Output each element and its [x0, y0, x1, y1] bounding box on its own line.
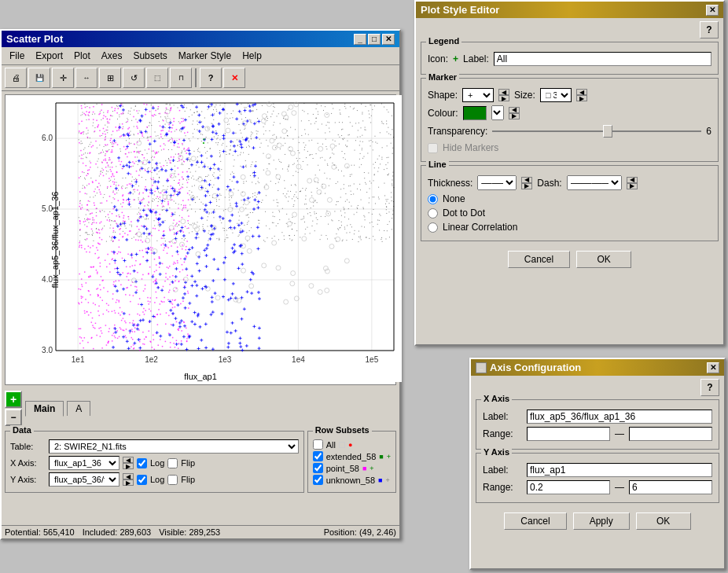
- hide-markers-checkbox[interactable]: [428, 143, 438, 153]
- subset-point-checkbox[interactable]: [313, 463, 323, 473]
- menu-axes[interactable]: Axes: [97, 49, 127, 63]
- y-axis-nav: ◀ ▶: [123, 473, 134, 486]
- menu-export[interactable]: Export: [31, 49, 68, 63]
- y-flip-checkbox[interactable]: [167, 475, 178, 485]
- ac-ok-button[interactable]: OK: [636, 512, 691, 530]
- radio-none[interactable]: [428, 194, 438, 204]
- data-section: Data Table: 2: SWIRE2_N1.fits X Axis: fl…: [5, 431, 304, 493]
- colour-select[interactable]: [491, 105, 504, 120]
- thickness-select[interactable]: ——— 1: [477, 175, 517, 190]
- y-range-from[interactable]: [527, 480, 610, 494]
- subset-point-color: ■: [362, 465, 366, 472]
- colour-box[interactable]: [463, 106, 487, 120]
- subset-unknown-color: ■: [378, 476, 382, 484]
- thickness-next[interactable]: ▶: [521, 183, 532, 189]
- dash-select[interactable]: ————: [567, 175, 622, 190]
- close-button[interactable]: ✕: [382, 34, 395, 45]
- scatter-canvas: [17, 95, 402, 382]
- size-select[interactable]: □ 3: [540, 88, 572, 102]
- menu-plot[interactable]: Plot: [69, 49, 95, 63]
- x-flip-checkbox[interactable]: [167, 458, 178, 468]
- marker-legend: Marker: [426, 72, 459, 82]
- pse-help-button[interactable]: ?: [700, 21, 719, 39]
- tab-a[interactable]: A: [67, 401, 90, 416]
- close-icon-button[interactable]: ✕: [223, 68, 245, 88]
- plot-style-editor-window: Plot Style Editor ✕ ? Legend Icon: + Lab…: [414, 0, 725, 346]
- save-button[interactable]: 💾: [28, 68, 50, 88]
- dash-next[interactable]: ▶: [627, 183, 638, 189]
- subset-unknown-checkbox[interactable]: [313, 475, 323, 485]
- subset-extended-checkbox[interactable]: [313, 451, 323, 461]
- ac-button-row: Cancel Apply OK: [471, 506, 724, 536]
- move-button[interactable]: ✛: [52, 68, 74, 88]
- add-tab-button[interactable]: +: [5, 391, 22, 408]
- y-axis-select[interactable]: flux_ap5_36/flux: [49, 472, 119, 487]
- menu-marker-style[interactable]: Marker Style: [174, 49, 236, 63]
- grid-button[interactable]: ⊞: [99, 68, 121, 88]
- x-range-label: Range:: [483, 428, 522, 439]
- tab-main[interactable]: Main: [25, 401, 64, 417]
- colour-label: Colour:: [428, 108, 458, 119]
- label-label: Label:: [463, 53, 489, 64]
- subset-all-checkbox[interactable]: [313, 439, 323, 450]
- ac-help-button[interactable]: ?: [700, 379, 719, 396]
- y-label-input[interactable]: [527, 463, 712, 477]
- ac-collapse-button[interactable]: _: [476, 362, 487, 373]
- remove-tab-button[interactable]: −: [5, 409, 22, 426]
- shape-select[interactable]: +: [462, 88, 494, 102]
- refresh-button[interactable]: ↺: [123, 68, 145, 88]
- y-axis-section: Y Axis Label: Range: —: [476, 453, 719, 503]
- transparency-value: 6: [706, 126, 711, 137]
- select-button[interactable]: ⬚: [146, 68, 168, 88]
- colour-next[interactable]: ▶: [509, 113, 520, 119]
- help-button[interactable]: ?: [200, 68, 222, 88]
- table-select[interactable]: 2: SWIRE2_N1.fits: [49, 439, 299, 454]
- x-axis-select[interactable]: flux_ap1_36: [49, 456, 119, 470]
- shape-next[interactable]: ▶: [498, 95, 509, 101]
- radio-linear[interactable]: [428, 222, 438, 233]
- scatter-plot-window: Scatter Plot _ □ ✕ File Export Plot Axes…: [0, 29, 401, 540]
- maximize-button[interactable]: □: [368, 34, 381, 45]
- size-next[interactable]: ▶: [576, 95, 587, 101]
- subsets-list: All ● extended_58 ■ + point_58 ■: [313, 439, 391, 485]
- menu-help[interactable]: Help: [237, 49, 267, 63]
- subset-all-label: All: [326, 440, 336, 450]
- shape-dropdown[interactable]: +: [462, 88, 494, 102]
- x-range-from[interactable]: [527, 427, 610, 441]
- y-flip-label: Flip: [181, 475, 195, 484]
- size-dropdown[interactable]: □ 3: [540, 88, 572, 102]
- x-range-dash: —: [615, 428, 624, 439]
- ac-cancel-button[interactable]: Cancel: [504, 512, 566, 530]
- transparency-slider[interactable]: [492, 123, 701, 139]
- x-flip-label: Flip: [181, 458, 195, 468]
- minimize-button[interactable]: _: [354, 34, 366, 45]
- x-log-checkbox[interactable]: [137, 458, 147, 468]
- ac-apply-button[interactable]: Apply: [573, 512, 630, 530]
- label-input[interactable]: [494, 52, 711, 66]
- radio-linear-row: Linear Correlation: [428, 222, 711, 233]
- y-axis-next[interactable]: ▶: [123, 479, 134, 486]
- lasso-button[interactable]: ⊓: [170, 68, 192, 88]
- data-legend: Data: [10, 425, 34, 435]
- x-label-input[interactable]: [527, 410, 712, 424]
- scatter-title: Scatter Plot: [6, 33, 63, 45]
- pse-ok-button[interactable]: OK: [576, 251, 631, 268]
- x-axis-next[interactable]: ▶: [123, 463, 134, 469]
- y-axis-label: Y Axis:: [10, 475, 46, 484]
- menu-subsets[interactable]: Subsets: [128, 49, 171, 63]
- y-range-dash: —: [615, 482, 624, 493]
- x-range-to[interactable]: [629, 427, 712, 441]
- print-button[interactable]: 🖨: [5, 68, 27, 88]
- menu-file[interactable]: File: [5, 49, 29, 63]
- shape-nav: ◀ ▶: [498, 89, 509, 101]
- pse-cancel-button[interactable]: Cancel: [508, 251, 570, 268]
- y-log-checkbox[interactable]: [137, 475, 147, 485]
- radio-dot-label: Dot to Dot: [443, 208, 485, 219]
- hide-markers-row: Hide Markers: [428, 142, 711, 153]
- y-range-to[interactable]: [629, 480, 712, 494]
- ac-close-button[interactable]: ✕: [707, 362, 719, 373]
- slider-thumb[interactable]: [603, 125, 612, 138]
- pse-close-button[interactable]: ✕: [706, 5, 719, 16]
- zoom-button[interactable]: ↔: [75, 68, 97, 88]
- radio-dot[interactable]: [428, 208, 438, 219]
